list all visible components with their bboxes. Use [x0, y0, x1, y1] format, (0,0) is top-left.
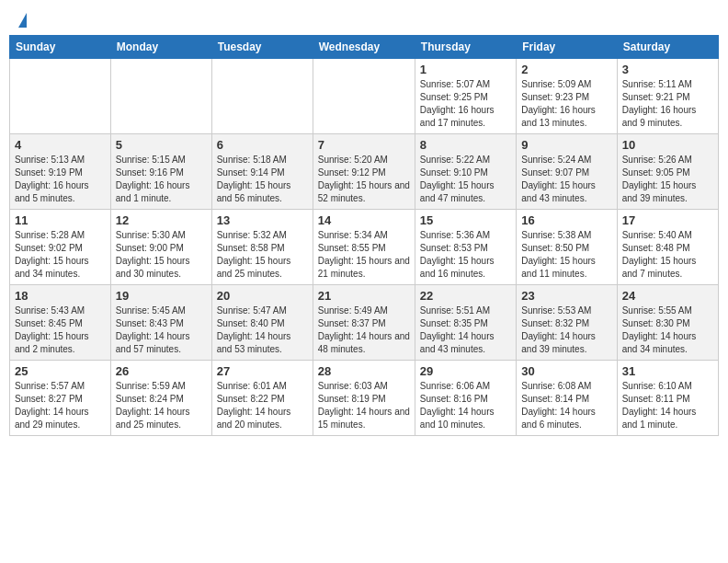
day-number: 18 — [15, 289, 106, 303]
calendar-cell: 3Sunrise: 5:11 AM Sunset: 9:21 PM Daylig… — [617, 59, 718, 134]
day-info: Sunrise: 5:26 AM Sunset: 9:05 PM Dayligh… — [622, 154, 713, 205]
day-info: Sunrise: 5:36 AM Sunset: 8:53 PM Dayligh… — [420, 229, 511, 281]
calendar-cell: 5Sunrise: 5:15 AM Sunset: 9:16 PM Daylig… — [110, 134, 211, 210]
day-info: Sunrise: 6:06 AM Sunset: 8:16 PM Dayligh… — [420, 380, 511, 431]
calendar-cell: 10Sunrise: 5:26 AM Sunset: 9:05 PM Dayli… — [617, 134, 718, 210]
calendar-cell: 20Sunrise: 5:47 AM Sunset: 8:40 PM Dayli… — [211, 285, 313, 361]
calendar-cell — [10, 59, 111, 134]
calendar-cell: 1Sunrise: 5:07 AM Sunset: 9:25 PM Daylig… — [415, 59, 516, 134]
calendar-cell: 23Sunrise: 5:53 AM Sunset: 8:32 PM Dayli… — [517, 285, 617, 361]
calendar-cell: 26Sunrise: 5:59 AM Sunset: 8:24 PM Dayli… — [110, 361, 211, 436]
calendar-cell: 2Sunrise: 5:09 AM Sunset: 9:23 PM Daylig… — [517, 59, 617, 134]
day-number: 22 — [420, 289, 511, 303]
calendar-cell — [110, 59, 211, 134]
day-number: 16 — [521, 213, 611, 227]
day-number: 24 — [622, 289, 713, 303]
calendar-cell: 13Sunrise: 5:32 AM Sunset: 8:58 PM Dayli… — [211, 210, 313, 285]
day-number: 17 — [622, 213, 713, 227]
day-number: 6 — [217, 138, 308, 152]
calendar-week-row: 1Sunrise: 5:07 AM Sunset: 9:25 PM Daylig… — [10, 59, 719, 134]
calendar-cell: 16Sunrise: 5:38 AM Sunset: 8:50 PM Dayli… — [517, 210, 617, 285]
calendar-cell: 8Sunrise: 5:22 AM Sunset: 9:10 PM Daylig… — [415, 134, 516, 210]
logo — [17, 13, 27, 26]
day-number: 5 — [116, 138, 207, 152]
day-number: 10 — [622, 138, 713, 152]
calendar-cell: 7Sunrise: 5:20 AM Sunset: 9:12 PM Daylig… — [313, 134, 415, 210]
day-number: 30 — [521, 364, 611, 378]
day-info: Sunrise: 5:07 AM Sunset: 9:25 PM Dayligh… — [420, 78, 511, 130]
day-number: 12 — [116, 213, 207, 227]
day-info: Sunrise: 5:09 AM Sunset: 9:23 PM Dayligh… — [521, 78, 611, 130]
day-number: 28 — [318, 364, 410, 378]
calendar-cell: 15Sunrise: 5:36 AM Sunset: 8:53 PM Dayli… — [415, 210, 516, 285]
day-info: Sunrise: 5:59 AM Sunset: 8:24 PM Dayligh… — [116, 380, 207, 431]
day-number: 29 — [420, 364, 511, 378]
day-info: Sunrise: 5:57 AM Sunset: 8:27 PM Dayligh… — [15, 380, 106, 431]
day-info: Sunrise: 5:20 AM Sunset: 9:12 PM Dayligh… — [318, 154, 410, 205]
calendar-table: SundayMondayTuesdayWednesdayThursdayFrid… — [9, 35, 719, 436]
day-info: Sunrise: 5:24 AM Sunset: 9:07 PM Dayligh… — [521, 154, 611, 205]
day-info: Sunrise: 5:43 AM Sunset: 8:45 PM Dayligh… — [15, 304, 106, 356]
day-number: 8 — [420, 138, 511, 152]
day-number: 21 — [318, 289, 410, 303]
day-number: 23 — [521, 289, 611, 303]
calendar-cell: 25Sunrise: 5:57 AM Sunset: 8:27 PM Dayli… — [10, 361, 111, 436]
day-info: Sunrise: 5:28 AM Sunset: 9:02 PM Dayligh… — [15, 229, 106, 281]
calendar-cell: 21Sunrise: 5:49 AM Sunset: 8:37 PM Dayli… — [313, 285, 415, 361]
calendar-day-header: Friday — [517, 36, 617, 59]
calendar-day-header: Sunday — [10, 36, 111, 59]
calendar-cell: 9Sunrise: 5:24 AM Sunset: 9:07 PM Daylig… — [517, 134, 617, 210]
calendar-cell: 12Sunrise: 5:30 AM Sunset: 9:00 PM Dayli… — [110, 210, 211, 285]
day-info: Sunrise: 5:32 AM Sunset: 8:58 PM Dayligh… — [217, 229, 308, 281]
day-info: Sunrise: 5:53 AM Sunset: 8:32 PM Dayligh… — [521, 304, 611, 356]
day-info: Sunrise: 5:30 AM Sunset: 9:00 PM Dayligh… — [116, 229, 207, 281]
day-number: 31 — [622, 364, 713, 378]
day-info: Sunrise: 5:13 AM Sunset: 9:19 PM Dayligh… — [15, 154, 106, 205]
day-number: 14 — [318, 213, 410, 227]
calendar-cell: 19Sunrise: 5:45 AM Sunset: 8:43 PM Dayli… — [110, 285, 211, 361]
calendar-week-row: 25Sunrise: 5:57 AM Sunset: 8:27 PM Dayli… — [10, 361, 719, 436]
day-number: 15 — [420, 213, 511, 227]
calendar-week-row: 4Sunrise: 5:13 AM Sunset: 9:19 PM Daylig… — [10, 134, 719, 210]
calendar-cell — [211, 59, 313, 134]
day-info: Sunrise: 5:18 AM Sunset: 9:14 PM Dayligh… — [217, 154, 308, 205]
day-number: 19 — [116, 289, 207, 303]
page-header — [9, 9, 719, 29]
day-number: 7 — [318, 138, 410, 152]
day-info: Sunrise: 6:10 AM Sunset: 8:11 PM Dayligh… — [622, 380, 713, 431]
calendar-cell: 6Sunrise: 5:18 AM Sunset: 9:14 PM Daylig… — [211, 134, 313, 210]
day-info: Sunrise: 5:55 AM Sunset: 8:30 PM Dayligh… — [622, 304, 713, 356]
day-number: 20 — [217, 289, 308, 303]
day-number: 13 — [217, 213, 308, 227]
day-number: 27 — [217, 364, 308, 378]
calendar-cell: 29Sunrise: 6:06 AM Sunset: 8:16 PM Dayli… — [415, 361, 516, 436]
day-info: Sunrise: 5:47 AM Sunset: 8:40 PM Dayligh… — [217, 304, 308, 356]
calendar-cell: 18Sunrise: 5:43 AM Sunset: 8:45 PM Dayli… — [10, 285, 111, 361]
day-number: 9 — [521, 138, 611, 152]
day-info: Sunrise: 5:34 AM Sunset: 8:55 PM Dayligh… — [318, 229, 410, 281]
day-info: Sunrise: 5:45 AM Sunset: 8:43 PM Dayligh… — [116, 304, 207, 356]
calendar-day-header: Monday — [110, 36, 211, 59]
day-info: Sunrise: 5:38 AM Sunset: 8:50 PM Dayligh… — [521, 229, 611, 281]
calendar-cell — [313, 59, 415, 134]
calendar-cell: 27Sunrise: 6:01 AM Sunset: 8:22 PM Dayli… — [211, 361, 313, 436]
calendar-day-header: Wednesday — [313, 36, 415, 59]
day-info: Sunrise: 5:11 AM Sunset: 9:21 PM Dayligh… — [622, 78, 713, 130]
day-info: Sunrise: 6:08 AM Sunset: 8:14 PM Dayligh… — [521, 380, 611, 431]
calendar-day-header: Thursday — [415, 36, 516, 59]
day-number: 3 — [622, 63, 713, 76]
day-number: 2 — [521, 63, 611, 76]
calendar-day-header: Tuesday — [211, 36, 313, 59]
calendar-cell: 17Sunrise: 5:40 AM Sunset: 8:48 PM Dayli… — [617, 210, 718, 285]
day-info: Sunrise: 5:15 AM Sunset: 9:16 PM Dayligh… — [116, 154, 207, 205]
calendar-header-row: SundayMondayTuesdayWednesdayThursdayFrid… — [10, 36, 719, 59]
calendar-cell: 4Sunrise: 5:13 AM Sunset: 9:19 PM Daylig… — [10, 134, 111, 210]
day-number: 26 — [116, 364, 207, 378]
calendar-week-row: 18Sunrise: 5:43 AM Sunset: 8:45 PM Dayli… — [10, 285, 719, 361]
day-info: Sunrise: 6:03 AM Sunset: 8:19 PM Dayligh… — [318, 380, 410, 431]
calendar-cell: 11Sunrise: 5:28 AM Sunset: 9:02 PM Dayli… — [10, 210, 111, 285]
calendar-cell: 28Sunrise: 6:03 AM Sunset: 8:19 PM Dayli… — [313, 361, 415, 436]
calendar-week-row: 11Sunrise: 5:28 AM Sunset: 9:02 PM Dayli… — [10, 210, 719, 285]
day-info: Sunrise: 5:40 AM Sunset: 8:48 PM Dayligh… — [622, 229, 713, 281]
day-number: 25 — [15, 364, 106, 378]
